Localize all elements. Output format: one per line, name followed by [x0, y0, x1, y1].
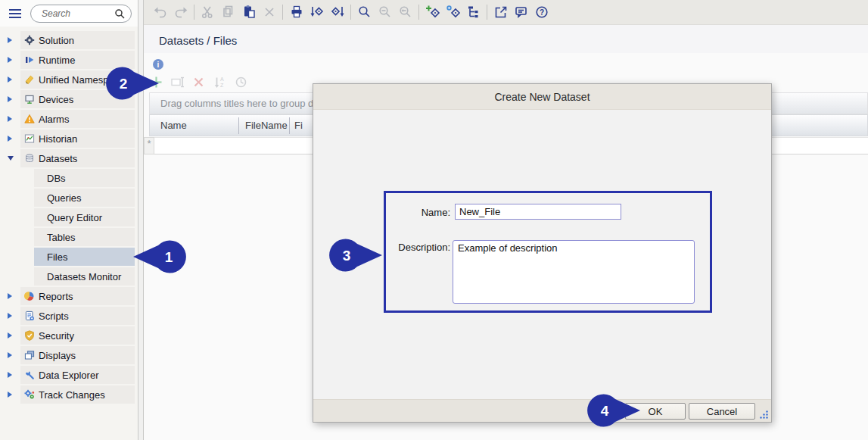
pie-chart-icon	[24, 291, 35, 301]
sidebar-item-datasets-monitor[interactable]: Datasets Monitor	[0, 267, 138, 286]
hamburger-menu-icon[interactable]	[9, 7, 23, 20]
add-tag-icon[interactable]	[422, 2, 443, 22]
column-header-partial[interactable]: Fi	[290, 120, 303, 131]
zoom-previous-icon[interactable]	[395, 2, 415, 22]
sidebar-item-displays[interactable]: Displays	[0, 346, 138, 364]
zoom-icon[interactable]	[354, 2, 375, 22]
search-icon[interactable]	[114, 8, 126, 20]
expand-arrow-icon[interactable]	[8, 76, 12, 83]
sidebar-item-scripts[interactable]: Scripts	[0, 307, 138, 325]
ok-button[interactable]: OK	[625, 403, 686, 420]
sidebar-item-devices[interactable]: Devices	[0, 90, 138, 108]
copy-icon[interactable]	[218, 2, 238, 22]
sidebar-item-unified-namespace[interactable]: Unified Namespace	[0, 70, 138, 89]
hierarchy-icon[interactable]	[463, 2, 484, 22]
expand-arrow-icon[interactable]	[8, 96, 12, 102]
toolbar-separator	[282, 5, 283, 20]
toolbar-separator	[487, 5, 487, 20]
sidebar-item-query-editor[interactable]: Query Editor	[0, 208, 138, 226]
sidebar-item-runtime[interactable]: Runtime	[0, 51, 138, 69]
sidebar-item-queries[interactable]: Queries	[0, 189, 138, 207]
cut-icon[interactable]	[198, 2, 218, 22]
sidebar-item-tables[interactable]: Tables	[0, 228, 138, 246]
tag-settings-icon[interactable]	[443, 2, 463, 22]
import-tags-icon[interactable]	[306, 2, 327, 22]
delete-icon[interactable]	[191, 74, 207, 90]
rename-icon[interactable]	[170, 74, 185, 90]
sidebar-item-datasets[interactable]: Datasets	[0, 149, 138, 167]
sidebar-item-label: DBs	[47, 173, 66, 184]
sort-icon[interactable]: AZ	[212, 74, 228, 90]
sidebar-item-reports[interactable]: Reports	[0, 287, 138, 305]
sidebar-item-label: Files	[47, 251, 67, 263]
expand-arrow-icon[interactable]	[8, 332, 12, 339]
open-external-icon[interactable]	[490, 2, 511, 22]
undo-icon[interactable]	[150, 2, 170, 22]
description-field[interactable]: Example of description	[453, 240, 695, 304]
svg-text:A: A	[220, 76, 224, 82]
feedback-icon[interactable]	[511, 2, 531, 22]
shield-icon	[24, 330, 35, 341]
windows-icon	[24, 350, 35, 360]
expand-arrow-icon[interactable]	[8, 57, 12, 63]
history-icon[interactable]	[233, 74, 249, 90]
zoom-out-icon[interactable]	[375, 2, 395, 22]
main-toolbar: ?	[144, 0, 868, 24]
expand-arrow-icon[interactable]	[8, 37, 12, 43]
expand-arrow-icon[interactable]	[8, 136, 12, 142]
breadcrumb-band: Datasets / Files	[144, 24, 868, 53]
sidebar-item-label: Queries	[47, 192, 82, 204]
expand-arrow-icon[interactable]	[8, 293, 12, 299]
name-field[interactable]	[455, 204, 621, 220]
search-input[interactable]	[42, 6, 114, 21]
sidebar-item-historian[interactable]: Historian	[0, 130, 138, 148]
delete-icon[interactable]	[259, 2, 279, 22]
database-icon	[24, 153, 35, 164]
sidebar-item-label: Query Editor	[47, 212, 102, 223]
svg-text:?: ?	[539, 8, 543, 17]
help-icon[interactable]: ?	[531, 2, 552, 22]
column-header-name[interactable]: Name	[150, 120, 238, 131]
sidebar-item-label: Displays	[39, 350, 76, 361]
sidebar-item-label: Datasets Monitor	[47, 271, 121, 282]
gear-icon	[24, 35, 35, 45]
info-icon[interactable]: i	[153, 59, 163, 70]
runtime-icon	[24, 55, 35, 65]
sidebar-item-dbs[interactable]: DBs	[0, 169, 138, 187]
print-icon[interactable]	[286, 2, 306, 22]
sidebar-item-label: Security	[39, 330, 74, 342]
resize-grip[interactable]	[759, 410, 769, 420]
expand-arrow-icon[interactable]	[8, 313, 12, 319]
new-row-marker: *	[144, 137, 154, 154]
sidebar-item-track-changes[interactable]: Track Changes	[0, 385, 138, 404]
name-label: Name:	[397, 207, 450, 218]
paste-icon[interactable]	[238, 2, 259, 22]
script-icon	[24, 310, 35, 321]
expand-arrow-icon[interactable]	[8, 352, 12, 358]
dialog-footer: OK Cancel	[313, 399, 771, 422]
expand-arrow-icon[interactable]	[8, 392, 12, 398]
expand-arrow-icon[interactable]	[8, 116, 12, 122]
grid-toolbar: AZ	[148, 74, 249, 90]
add-icon[interactable]	[148, 74, 164, 90]
sidebar-item-label: Scripts	[39, 310, 69, 322]
sidebar-item-label: Devices	[39, 94, 73, 105]
wrench-icon	[24, 370, 35, 380]
expand-arrow-icon[interactable]	[8, 372, 12, 378]
sidebar-item-label: Historian	[39, 133, 77, 145]
sidebar-item-alarms[interactable]: Alarms	[0, 110, 138, 128]
sidebar-item-security[interactable]: Security	[0, 326, 138, 345]
sidebar-nav: Solution Runtime Unified Namespace Devic…	[0, 27, 138, 440]
column-header-filename[interactable]: FileName	[239, 120, 289, 131]
cancel-button[interactable]: Cancel	[689, 403, 755, 420]
sidebar-splitter[interactable]	[138, 0, 144, 440]
sidebar-item-files[interactable]: Files	[0, 248, 138, 266]
sidebar-item-data-explorer[interactable]: Data Explorer	[0, 366, 138, 384]
redo-icon[interactable]	[170, 2, 191, 22]
collapse-arrow-icon[interactable]	[8, 156, 14, 161]
breadcrumb: Datasets / Files	[159, 34, 237, 47]
sidebar-item-solution[interactable]: Solution	[0, 31, 138, 49]
export-tags-icon[interactable]	[327, 2, 347, 22]
sidebar-item-label: Reports	[39, 291, 73, 302]
group-by-hint: Drag columns titles here to group data	[160, 98, 327, 109]
